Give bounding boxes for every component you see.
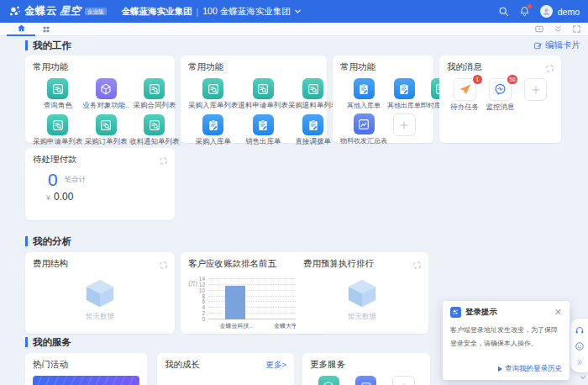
function-entry[interactable]: 采购订单列表 [83,114,130,147]
growth-item[interactable]: 凭证生成异常检查指引汇总 [165,379,286,385]
avatar[interactable] [540,5,553,18]
org-primary: 金蝶蓝海实业集团 [122,6,192,18]
screen-icon[interactable] [355,376,376,385]
function-entry-label: 退料申请单列表 [239,101,289,111]
double-chevron-down-icon[interactable] [554,24,563,34]
refresh-icon[interactable] [412,258,422,273]
clipboard-icon[interactable] [394,78,415,99]
refresh-icon[interactable] [159,258,168,273]
bar-0 [225,286,245,319]
more-link[interactable]: 更多> [265,360,286,371]
apps-grid-button[interactable] [42,25,50,34]
edit-cards-button[interactable]: 编辑卡片 [533,40,580,51]
notifications-button[interactable] [519,6,530,17]
help-icon[interactable]: ? [318,376,339,385]
refresh-icon[interactable] [159,154,168,169]
function-entry[interactable]: 查询角色 [33,78,83,111]
list-icon[interactable] [302,78,323,99]
list-icon[interactable] [47,114,68,135]
y-tick-label: 0 [202,316,205,322]
card-common-functions-3: 常用功能 其他入库单其他出库单即时库存明细物料收发汇总表 [333,55,433,143]
function-entry[interactable]: 采购退料单列表 [288,78,339,111]
plus-icon[interactable] [393,113,416,136]
function-entry[interactable]: 采购入库单列表 [188,78,239,111]
fullscreen-icon[interactable] [572,24,581,34]
collapse-chevrons-icon[interactable] [575,358,584,367]
chevron-down-icon [294,8,302,15]
function-entry[interactable]: 采购申请单列表 [33,114,83,147]
monitor-icon[interactable]: 56 [489,78,512,101]
refresh-icon[interactable] [545,61,554,76]
x-category-label: 金蝶云科技.. [220,322,253,330]
clipboard-icon[interactable] [253,114,274,135]
function-grid: 其他入库单其他出库单即时库存明细物料收发汇总表 [340,78,426,145]
card-budget-ranking: 费用预算执行排行 暂无数据 [296,252,428,334]
function-entry-label: 采购入库单 [196,137,232,147]
activity-banner[interactable]: ·领券6折豪礼 [33,376,139,385]
message-grid: 1待办任务56监控消息 [447,78,554,113]
service-entry[interactable] [385,376,423,385]
count-badge: 56 [507,75,517,84]
function-entry[interactable]: 收料通知单列表 [129,114,180,147]
video-guide-icon[interactable] [534,24,544,34]
services-grid: ? [310,376,423,385]
function-entry[interactable]: 其他出库单 [387,78,421,110]
org-switcher[interactable]: 金蝶蓝海实业集团 | 100 金蝶蓝海实业集团 [122,6,302,18]
growth-list: 凭证生成异常检查指引汇总 [165,379,286,385]
function-entry[interactable]: 业务对象功能.. [83,78,130,111]
doc-circle-icon [165,379,186,385]
function-entry-label: 查询角色 [44,101,72,111]
function-entry[interactable]: 销售出库单 [239,114,289,147]
popup-header: 登录提示 ✕ [450,307,562,318]
payment-count[interactable]: 0 [48,171,58,187]
list-icon[interactable] [144,114,165,135]
list-icon[interactable] [144,78,165,99]
function-entry[interactable]: 采购入库单 [188,114,239,147]
logo: 金蝶云 星空 企业版 [8,4,107,19]
list-icon[interactable] [96,114,117,135]
section-title-my-work: 我的工作 [25,40,71,50]
cube-icon[interactable] [96,78,117,99]
list-icon[interactable] [47,78,68,99]
tab-home[interactable] [7,23,35,36]
scroll-down-icon[interactable] [580,369,586,384]
service-entry[interactable] [348,376,386,385]
search-icon[interactable] [498,6,509,17]
feedback-smiley-icon[interactable] [575,341,585,351]
list-icon[interactable] [253,78,274,99]
count-badge: 1 [473,75,482,84]
support-headset-icon[interactable] [575,325,585,335]
function-entry[interactable] [387,113,421,145]
message-entry[interactable] [518,78,554,113]
clipboard-icon[interactable] [354,78,375,99]
org-separator: | [197,7,199,17]
plus-icon[interactable] [392,376,415,385]
card-my-messages: 我的消息 1待办任务56监控消息 [439,55,561,143]
logo-text: 金蝶云 [24,4,57,18]
function-entry-label: 采购合同列表 [133,101,176,111]
function-entry[interactable]: 物料收发汇总表 [340,113,387,145]
empty-state-text: 暂无数据 [86,312,114,322]
function-entry[interactable]: 直接调拨单 [288,114,339,147]
function-entry-label: 其他入库单 [347,101,381,110]
message-entry[interactable]: 56监控消息 [482,78,517,113]
message-entry[interactable]: 1待办任务 [447,78,482,113]
username[interactable]: demo [558,7,580,17]
plus-icon[interactable] [524,78,547,101]
clipboard-icon[interactable] [202,114,223,135]
card-pending-payments: 待处理付款 0 笔合计 ¥0.00 [25,148,175,220]
service-entry[interactable]: ? [310,376,348,385]
chart-icon[interactable] [354,113,375,134]
list-icon[interactable] [202,78,223,99]
org-secondary: 100 金蝶蓝海实业集团 [202,6,290,18]
paper-plane-icon[interactable]: 1 [454,78,476,101]
function-entry[interactable]: 其他入库单 [340,78,387,110]
function-entry[interactable]: 退料申请单列表 [239,78,289,111]
function-entry[interactable]: 采购合同列表 [129,78,180,111]
function-entry-label: 直接调拨单 [296,137,332,147]
popup-body: 客户端登录地址发生改变，为了保障登录安全，请确保本人操作。 [450,324,562,350]
close-icon[interactable]: ✕ [554,308,562,317]
clipboard-icon[interactable] [302,114,323,135]
card-title: 常用功能 [188,61,319,73]
login-history-link[interactable]: 查询我的登录历史 [498,364,562,374]
